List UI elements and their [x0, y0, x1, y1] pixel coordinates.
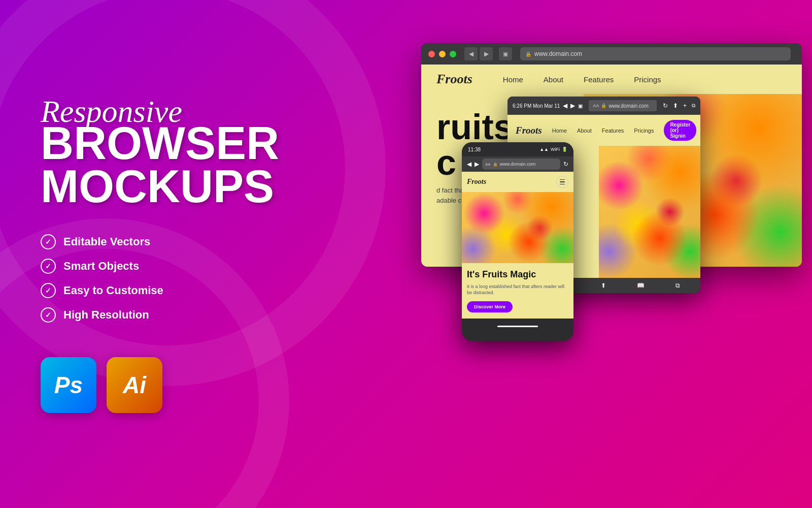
mobile-hero-text-area: It's Fruits Magic It is a long establish…: [462, 263, 573, 319]
battery-icon: 🔋: [562, 147, 567, 152]
mobile-cta-button[interactable]: Discover More: [467, 301, 513, 312]
title-mockups: MOCKUPS: [41, 165, 284, 209]
mobile-fruits-image: [462, 192, 573, 263]
mobile-brand-logo: Froots: [467, 178, 486, 186]
mobile-reload-btn[interactable]: ↻: [563, 161, 568, 168]
mobile-url-text-val: www.domain.com: [500, 162, 536, 167]
tablet-time: 6:26 PM Mon Mar 11: [513, 103, 560, 109]
tablet-share[interactable]: ⬆: [673, 102, 678, 109]
check-icon-1: ✓: [41, 234, 56, 249]
feature-label-3: Easy to Customise: [63, 284, 163, 297]
mobile-menu-button[interactable]: [556, 176, 568, 188]
tablet-tabs[interactable]: ⧉: [692, 103, 695, 109]
tablet-bottom-tabs[interactable]: ⧉: [675, 282, 680, 289]
tablet-nav-links: Home About Features Pricings: [552, 128, 654, 134]
title-browser: BROWSER: [41, 122, 284, 166]
illustrator-icon: Ai: [107, 357, 162, 413]
sidebar-button[interactable]: ▣: [499, 47, 512, 60]
desktop-nav-arrows: ◀ ▶: [464, 47, 493, 60]
traffic-light-red[interactable]: [428, 51, 435, 57]
desktop-nav-home[interactable]: Home: [503, 75, 523, 84]
desktop-nav-about[interactable]: About: [544, 75, 563, 84]
tablet-bottom-share[interactable]: ⬆: [601, 282, 606, 289]
tablet-nav-features[interactable]: Features: [602, 128, 624, 134]
back-arrow[interactable]: ◀: [464, 47, 478, 60]
feature-item-4: ✓ High Resolution: [41, 307, 284, 323]
desktop-url-bar[interactable]: 🔒 www.domain.com: [520, 47, 791, 60]
mobile-back-btn[interactable]: ◀: [467, 161, 471, 168]
desktop-nav-pricings[interactable]: Pricings: [634, 75, 661, 84]
mobile-aa: AA: [485, 162, 491, 167]
traffic-light-yellow[interactable]: [439, 51, 446, 57]
tablet-fruits-image: [599, 146, 700, 278]
tablet-browser-nav: Froots Home About Features Pricings Regi…: [507, 115, 700, 146]
menu-line-1: [560, 179, 565, 180]
desktop-nav-links: Home About Features Pricings: [503, 75, 661, 84]
feature-label-2: Smart Objects: [63, 260, 139, 273]
menu-line-3: [560, 184, 565, 185]
tablet-nav-pricings[interactable]: Pricings: [634, 128, 654, 134]
mobile-browser-nav: Froots: [462, 172, 573, 192]
mobile-hero-desc: It is a long established fact that after…: [467, 283, 568, 296]
tablet-back[interactable]: ◀: [563, 102, 567, 109]
desktop-titlebar: ◀ ▶ ▣ 🔒 www.domain.com: [421, 43, 802, 65]
wifi-icon: WiFi: [551, 147, 560, 152]
tablet-titlebar: 6:26 PM Mon Mar 11 ◀ ▶ ▣ AA 🔒 www.domain…: [507, 97, 700, 115]
feature-item-3: ✓ Easy to Customise: [41, 283, 284, 298]
mobile-forward-btn[interactable]: ▶: [475, 161, 479, 168]
desktop-brand-logo: Froots: [436, 72, 472, 87]
tablet-add[interactable]: +: [683, 102, 687, 109]
tablet-url-text: www.domain.com: [608, 103, 648, 109]
forward-arrow[interactable]: ▶: [480, 47, 493, 60]
tablet-nav-about[interactable]: About: [577, 128, 592, 134]
feature-item-2: ✓ Smart Objects: [41, 259, 284, 274]
check-icon-2: ✓: [41, 259, 56, 274]
photoshop-icon: Ps: [41, 357, 96, 413]
tablet-aa: AA: [593, 103, 599, 108]
tablet-bottom-bookmarks[interactable]: 📖: [637, 282, 645, 289]
desktop-nav-features[interactable]: Features: [584, 75, 614, 84]
feature-label-4: High Resolution: [63, 308, 149, 322]
mobile-browser-mockup: 11:38 ▲▲ WiFi 🔋 ◀ ▶ AA 🔒 www.domain.com …: [462, 142, 573, 341]
tablet-register-button[interactable]: Register (or) Signin: [664, 120, 696, 141]
lock-icon: 🔒: [525, 51, 531, 57]
check-icon-4: ✓: [41, 307, 56, 323]
tablet-nav-home[interactable]: Home: [552, 128, 567, 134]
tablet-hero-image: [599, 146, 700, 278]
mobile-time: 11:38: [468, 147, 481, 152]
tablet-refresh[interactable]: ↻: [663, 102, 668, 109]
mobile-browser-content: Froots It's Fruits Magic It is a long es…: [462, 172, 573, 319]
left-panel: Responsive BROWSER MOCKUPS ✓ Editable Ve…: [0, 0, 315, 508]
tablet-brand-logo: Froots: [516, 125, 542, 136]
mobile-hero-image: [462, 192, 573, 263]
tablet-lock: 🔒: [601, 103, 606, 108]
feature-label-1: Editable Vectors: [63, 235, 150, 248]
url-text: www.domain.com: [534, 50, 582, 57]
tablet-forward[interactable]: ▶: [570, 102, 575, 109]
mobile-url-bar-container: ◀ ▶ AA 🔒 www.domain.com ↻: [462, 156, 573, 172]
mobile-hero-title: It's Fruits Magic: [467, 269, 568, 280]
mobile-statusbar: 11:38 ▲▲ WiFi 🔋: [462, 142, 573, 156]
features-list: ✓ Editable Vectors ✓ Smart Objects ✓ Eas…: [41, 234, 284, 332]
check-icon-3: ✓: [41, 283, 56, 298]
menu-line-2: [560, 181, 565, 182]
app-icons-row: Ps Ai: [41, 357, 284, 413]
mobile-url-bar[interactable]: AA 🔒 www.domain.com: [482, 158, 560, 170]
signal-icon: ▲▲: [539, 147, 549, 152]
traffic-light-green[interactable]: [450, 51, 456, 57]
desktop-browser-nav: Froots Home About Features Pricings: [421, 65, 802, 94]
tablet-url-bar[interactable]: AA 🔒 www.domain.com: [589, 100, 657, 111]
tablet-grid[interactable]: ▣: [578, 103, 583, 109]
mobile-bottom-bar: [462, 319, 573, 341]
mobile-lock-icon: 🔒: [493, 162, 498, 167]
feature-item-1: ✓ Editable Vectors: [41, 234, 284, 249]
mobile-home-indicator: [497, 326, 538, 327]
